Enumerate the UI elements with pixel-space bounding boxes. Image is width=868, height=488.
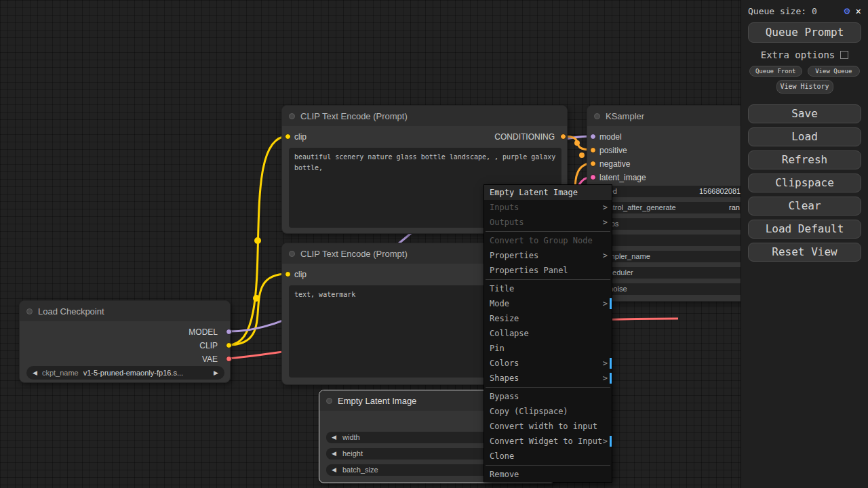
- clear-button[interactable]: Clear: [748, 197, 861, 216]
- wire-clip-to-negative: [229, 274, 288, 345]
- widget-label: ckpt_name: [42, 369, 79, 377]
- input-label-latent-image: latent_image: [599, 173, 646, 182]
- load-button[interactable]: Load: [748, 127, 861, 146]
- widget-value: v1-5-pruned-emaonly-fp16.s...: [83, 369, 209, 377]
- menu-item-shapes[interactable]: Shapes >: [484, 371, 612, 386]
- reset-view-button[interactable]: Reset View: [748, 243, 861, 262]
- menu-item-mode[interactable]: Mode >: [484, 296, 612, 311]
- output-label-clip: CLIP: [199, 341, 218, 350]
- view-queue-button[interactable]: View Queue: [808, 66, 861, 77]
- submenu-arrow-icon: >: [603, 200, 608, 215]
- output-label-conditioning: CONDITIONING: [494, 132, 555, 142]
- combo-left-arrow-icon[interactable]: ◀: [33, 369, 37, 376]
- input-label-clip: clip: [294, 132, 307, 142]
- menu-item-properties-panel[interactable]: Properties Panel: [484, 263, 612, 278]
- menu-item-pin[interactable]: Pin: [484, 341, 612, 356]
- output-dot-vae[interactable]: [226, 356, 232, 362]
- refresh-button[interactable]: Refresh: [748, 150, 861, 169]
- combo-right-arrow-icon[interactable]: ▶: [214, 369, 218, 376]
- input-label-positive: positive: [599, 146, 627, 155]
- menu-item-convert-widget-to-input[interactable]: Convert Widget to Input >: [484, 434, 612, 449]
- submenu-arrow-icon: >: [603, 434, 608, 449]
- collapse-dot-icon[interactable]: [326, 398, 332, 404]
- node-load-checkpoint[interactable]: Load Checkpoint MODEL CLIP VAE ◀ ckpt_na…: [19, 300, 231, 383]
- link-dot: [254, 237, 261, 244]
- link-dot: [574, 140, 580, 146]
- menu-item-copy-clipspace[interactable]: Copy (Clipspace): [484, 404, 612, 419]
- menu-item-convert-to-group-node: Convert to Group Node: [484, 233, 612, 248]
- widget-label: height: [342, 449, 363, 458]
- node-title: KSampler: [606, 111, 644, 121]
- input-dot-positive[interactable]: [590, 147, 596, 153]
- node-title: CLIP Text Encode (Prompt): [300, 111, 408, 121]
- queue-size-label: Queue size: 0: [748, 6, 817, 16]
- load-default-button[interactable]: Load Default: [748, 220, 861, 239]
- decrement-arrow-icon[interactable]: ◀: [332, 466, 336, 473]
- output-dot-model[interactable]: [226, 329, 232, 335]
- output-label-model: MODEL: [189, 327, 218, 337]
- context-menu-title: Empty Latent Image: [484, 185, 612, 200]
- decrement-arrow-icon[interactable]: ◀: [332, 434, 336, 441]
- extra-options-label: Extra options: [761, 49, 835, 60]
- menu-item-clone[interactable]: Clone: [484, 449, 612, 464]
- save-button[interactable]: Save: [748, 104, 861, 123]
- extra-options-checkbox[interactable]: [840, 51, 848, 59]
- menu-item-colors[interactable]: Colors >: [484, 356, 612, 371]
- queue-prompt-button[interactable]: Queue Prompt: [748, 22, 861, 43]
- input-label-clip: clip: [294, 270, 307, 279]
- context-menu: Empty Latent Image Inputs > Outputs > Co…: [484, 184, 612, 483]
- widget-value: 1566802081: [699, 187, 741, 195]
- menu-item-convert-width-to-input[interactable]: Convert width to input: [484, 419, 612, 434]
- close-icon[interactable]: ✕: [856, 5, 861, 16]
- submenu-arrow-icon: >: [603, 371, 608, 386]
- node-title: CLIP Text Encode (Prompt): [300, 249, 408, 259]
- menu-item-remove[interactable]: Remove: [484, 467, 612, 482]
- settings-gear-icon[interactable]: ⚙: [844, 5, 850, 17]
- input-label-negative: negative: [599, 159, 630, 169]
- node-title: Load Checkpoint: [38, 306, 104, 317]
- link-dot: [579, 152, 585, 158]
- menu-item-resize[interactable]: Resize: [484, 311, 612, 326]
- submenu-arrow-icon: >: [603, 356, 608, 371]
- widget-value: ran: [729, 203, 740, 211]
- collapse-dot-icon[interactable]: [26, 308, 33, 314]
- input-dot-clip[interactable]: [285, 271, 291, 277]
- output-label-vae: VAE: [202, 354, 218, 364]
- submenu-arrow-icon: >: [603, 248, 608, 263]
- input-dot-latent-image[interactable]: [590, 174, 596, 180]
- link-dot: [253, 295, 260, 302]
- node-title-bar[interactable]: Load Checkpoint: [20, 301, 230, 321]
- comfyui-menu-panel: Queue size: 0 ⚙ ✕ Queue Prompt Extra opt…: [741, 0, 868, 488]
- menu-item-title[interactable]: Title: [484, 281, 612, 296]
- widget-label: width: [342, 433, 360, 441]
- menu-item-inputs: Inputs >: [484, 200, 612, 215]
- menu-item-bypass[interactable]: Bypass: [484, 389, 612, 404]
- node-title: Empty Latent Image: [338, 396, 416, 406]
- clipspace-button[interactable]: Clipspace: [748, 174, 861, 192]
- collapse-dot-icon[interactable]: [289, 251, 295, 257]
- collapse-dot-icon[interactable]: [289, 113, 295, 119]
- input-dot-clip[interactable]: [285, 134, 291, 140]
- submenu-arrow-icon: >: [603, 296, 608, 311]
- queue-front-button[interactable]: Queue Front: [749, 66, 802, 77]
- widget-label: batch_size: [342, 466, 378, 474]
- input-dot-model[interactable]: [590, 134, 596, 140]
- input-dot-negative[interactable]: [590, 161, 596, 167]
- menu-item-outputs: Outputs >: [484, 215, 612, 230]
- node-title-bar[interactable]: CLIP Text Encode (Prompt): [282, 106, 567, 126]
- output-dot-clip[interactable]: [226, 342, 232, 348]
- collapse-dot-icon[interactable]: [594, 113, 600, 119]
- decrement-arrow-icon[interactable]: ◀: [332, 450, 336, 457]
- input-label-model: model: [599, 132, 622, 142]
- submenu-arrow-icon: >: [603, 215, 608, 230]
- ckpt-name-widget[interactable]: ◀ ckpt_name v1-5-pruned-emaonly-fp16.s..…: [26, 366, 224, 380]
- output-dot-conditioning[interactable]: [560, 134, 566, 140]
- view-history-button[interactable]: View History: [776, 80, 833, 94]
- menu-item-properties[interactable]: Properties >: [484, 248, 612, 263]
- menu-item-collapse[interactable]: Collapse: [484, 326, 612, 341]
